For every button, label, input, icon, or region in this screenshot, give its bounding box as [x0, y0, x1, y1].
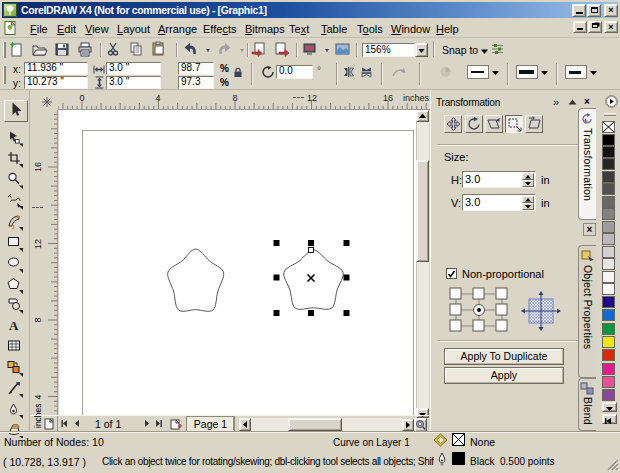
svg-text:A: A — [9, 318, 19, 333]
